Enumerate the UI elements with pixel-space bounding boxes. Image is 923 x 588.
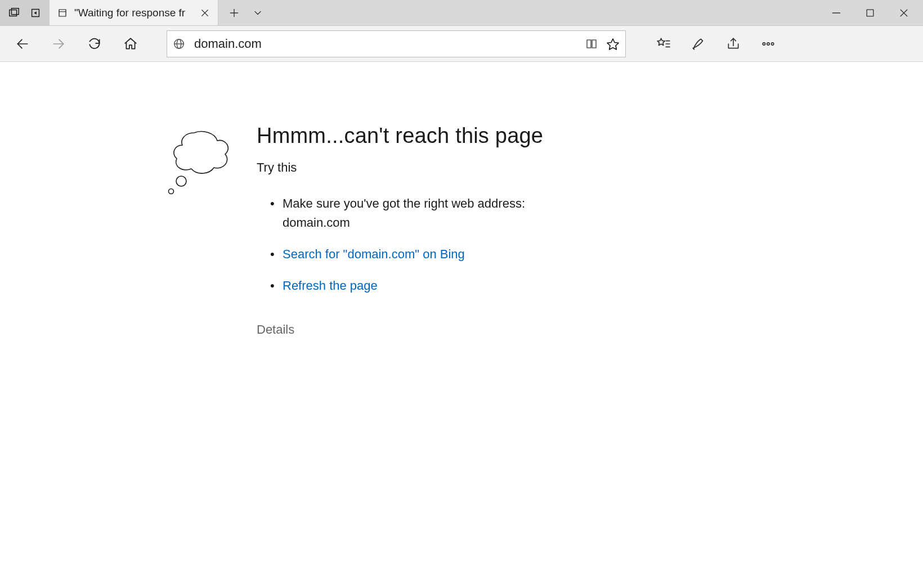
search-bing-link[interactable]: Search for "domain.com" on Bing (283, 247, 465, 261)
page-icon (57, 8, 68, 18)
tab-dropdown-icon[interactable] (252, 7, 263, 19)
details-toggle[interactable]: Details (257, 322, 572, 337)
toolbar (0, 26, 923, 62)
minimize-icon[interactable] (831, 7, 842, 19)
titlebar-spacer (274, 0, 817, 25)
svg-rect-10 (867, 10, 873, 16)
svg-rect-0 (10, 10, 17, 16)
suggestion-check-address: Make sure you've got the right web addre… (270, 194, 572, 232)
home-button[interactable] (114, 27, 147, 61)
address-bar-container (167, 30, 626, 57)
error-subtitle: Try this (257, 160, 572, 175)
new-tab-icon[interactable] (228, 7, 240, 19)
notes-icon[interactable] (691, 37, 706, 51)
reading-view-icon[interactable] (585, 37, 598, 51)
favorite-star-icon[interactable] (606, 37, 620, 51)
tab-title: "Waiting for response fr (74, 7, 193, 19)
svg-marker-19 (657, 38, 665, 45)
error-suggestions: Make sure you've got the right web addre… (257, 194, 572, 295)
favorites-list-icon[interactable] (656, 37, 671, 51)
forward-button[interactable] (42, 27, 75, 61)
tab-strip-actions (218, 0, 274, 25)
close-tab-icon[interactable] (200, 8, 210, 18)
toolbar-right (656, 37, 781, 51)
error-container: Hmmm...can't reach this page Try this Ma… (163, 124, 923, 337)
svg-point-25 (771, 42, 773, 44)
suggestion-text: Make sure you've got the right web addre… (283, 196, 525, 230)
refresh-page-link[interactable]: Refresh the page (283, 279, 378, 293)
maximize-icon[interactable] (864, 7, 876, 19)
address-bar[interactable] (167, 30, 626, 57)
svg-point-24 (767, 42, 769, 44)
error-title: Hmmm...can't reach this page (257, 124, 572, 148)
titlebar-left-icons (0, 0, 50, 25)
svg-point-23 (763, 42, 765, 44)
suggestion-refresh: Refresh the page (270, 276, 572, 295)
error-text: Hmmm...can't reach this page Try this Ma… (257, 124, 572, 337)
more-icon[interactable] (761, 37, 776, 51)
browser-tab[interactable]: "Waiting for response fr (50, 0, 218, 25)
svg-point-27 (169, 189, 174, 194)
set-aside-tabs-icon[interactable] (29, 7, 42, 19)
titlebar: "Waiting for response fr (0, 0, 923, 26)
url-input[interactable] (193, 36, 577, 52)
globe-icon (173, 38, 185, 50)
window-controls (817, 0, 923, 25)
back-button[interactable] (6, 27, 39, 61)
tab-actions-icon[interactable] (8, 7, 20, 19)
svg-point-26 (176, 176, 186, 186)
svg-rect-3 (59, 10, 66, 16)
share-icon[interactable] (726, 37, 741, 51)
thought-bubble-icon (163, 124, 236, 199)
suggestion-search-bing: Search for "domain.com" on Bing (270, 245, 572, 264)
refresh-button[interactable] (78, 27, 111, 61)
svg-rect-1 (11, 8, 19, 14)
close-window-icon[interactable] (898, 7, 909, 19)
page-content: Hmmm...can't reach this page Try this Ma… (0, 62, 923, 337)
svg-marker-18 (607, 39, 619, 50)
